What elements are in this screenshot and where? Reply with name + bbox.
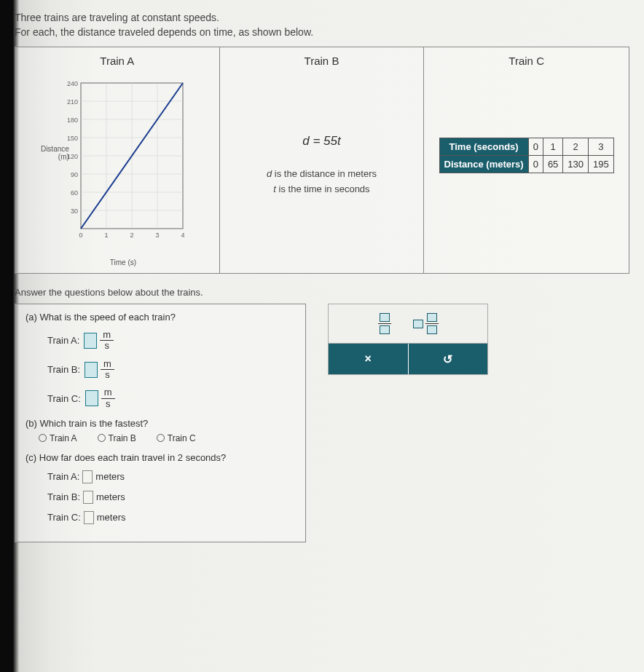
svg-text:3: 3 [155,232,159,239]
answers-box: (a) What is the speed of each train? Tra… [15,304,306,542]
svg-text:2: 2 [130,232,133,239]
train-b-desc-2: t is the time in seconds [267,182,377,197]
chart-ylabel-1: Distance [41,145,69,153]
speed-c-label: Train C: [47,393,81,404]
tool-panel: × ↺ [328,304,488,375]
tc-time-1: 1 [543,138,562,156]
train-c-title: Train C [508,55,544,67]
reset-button[interactable]: ↺ [409,344,488,374]
dist-a-label: Train A: [47,471,79,482]
radio-icon [98,434,106,442]
svg-text:150: 150 [67,135,78,142]
speed-a-input[interactable] [84,333,97,349]
mixed-fraction-tool-button[interactable] [413,313,439,334]
svg-text:240: 240 [67,80,78,87]
train-b-equation: d = 55t [267,134,377,149]
radio-icon [39,434,47,442]
speed-c-input[interactable] [85,390,98,406]
tc-time-2: 2 [563,138,589,156]
train-b-cell: Train B d = 55t d is the distance in met… [220,47,425,273]
answer-heading: Answer the questions below about the tra… [15,287,629,298]
tc-row-dist-header: Distance (meters) [439,156,528,173]
speed-b-input[interactable] [85,362,98,378]
unit-ms: m s [101,359,114,381]
radio-train-b[interactable]: Train B [98,433,136,443]
intro-line-1: Three trains are traveling at constant s… [15,11,629,25]
train-c-cell: Train C Time (seconds) 0 1 2 3 Distance … [424,47,629,273]
radio-train-a[interactable]: Train A [39,433,77,443]
train-b-desc-1: d is the distance in meters [267,167,377,182]
intro-line-2: For each, the distance traveled depends … [15,25,629,40]
svg-text:180: 180 [67,116,78,124]
speed-b-label: Train B: [47,364,80,375]
dist-b-input[interactable] [83,491,93,504]
svg-text:4: 4 [181,232,184,239]
tc-dist-1: 65 [543,156,562,173]
chart-xlabel: Time (s) [110,258,136,266]
speed-a-label: Train A: [47,335,79,346]
train-c-table: Time (seconds) 0 1 2 3 Distance (meters)… [439,138,614,173]
svg-text:0: 0 [79,232,82,239]
dist-c-label: Train C: [47,512,81,523]
dist-unit: meters [96,491,125,502]
part-b-question: (b) Which train is the fastest? [25,418,295,429]
tc-dist-2: 130 [563,156,589,173]
svg-text:210: 210 [67,98,78,106]
unit-ms: m s [100,330,114,352]
train-a-title: Train A [100,55,134,67]
part-a-question: (a) What is the speed of each train? [25,312,295,323]
tc-dist-0: 0 [528,156,543,173]
dist-a-input[interactable] [82,470,93,483]
dist-b-label: Train B: [47,491,80,502]
trains-grid: Train A Distance (m) 240 [15,47,629,274]
svg-text:1: 1 [104,232,108,239]
svg-text:30: 30 [71,207,78,215]
reset-icon: ↺ [443,352,452,366]
dist-unununit: meters [95,471,125,482]
unit-ms: m s [101,387,115,409]
svg-text:90: 90 [71,171,78,178]
close-button[interactable]: × [329,344,409,374]
dist-c-input[interactable] [84,511,94,524]
close-icon: × [365,352,372,365]
train-b-title: Train B [305,55,339,67]
fraction-tool-button[interactable] [378,313,391,334]
svg-text:60: 60 [71,189,78,197]
dist-unit: meters [97,512,126,523]
radio-icon [157,434,165,442]
tc-time-0: 0 [528,138,543,156]
part-c-question: (c) How far does each train travel in 2 … [25,452,295,463]
chart-ylabel-2: (m) [58,153,69,161]
train-a-cell: Train A Distance (m) 240 [15,47,220,273]
train-a-chart: Distance (m) 240 210 180 [37,76,197,265]
tc-dist-3: 195 [589,156,614,173]
tc-row-time-header: Time (seconds) [439,138,528,156]
radio-train-c[interactable]: Train C [157,433,196,443]
tc-time-3: 3 [589,138,614,156]
